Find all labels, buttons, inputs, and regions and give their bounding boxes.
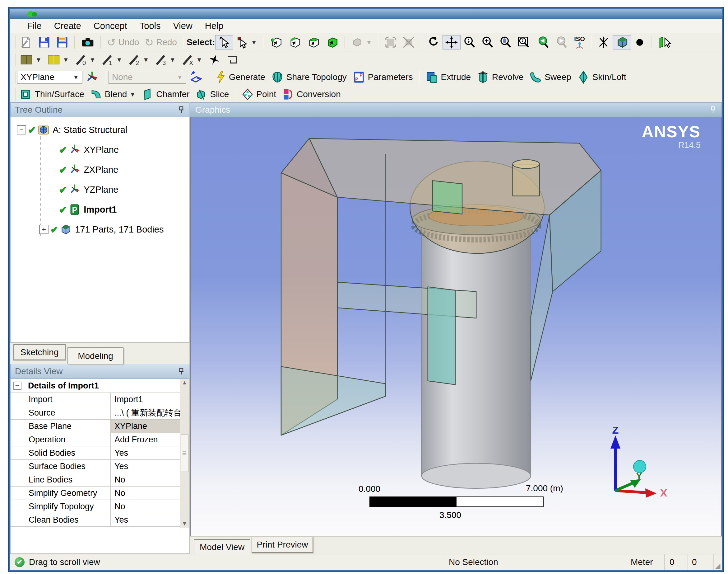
toolbar-grip[interactable] xyxy=(13,71,16,83)
details-row[interactable]: Import Import1 xyxy=(10,393,189,406)
details-row[interactable]: Operation Add Frozen xyxy=(10,433,189,446)
face-color-dropdown[interactable]: ▼ xyxy=(17,53,44,67)
edge-color-dropdown[interactable]: ▼ xyxy=(44,53,72,67)
toolbar-grip[interactable] xyxy=(13,88,16,100)
filter-vertex-button[interactable] xyxy=(267,35,285,49)
details-group-row[interactable]: − Details of Import1 xyxy=(10,379,189,393)
details-row[interactable]: Source ...\ ( 重新装配转台 xyxy=(10,406,189,420)
details-row[interactable]: Surface Bodies Yes xyxy=(10,460,189,473)
details-row[interactable]: Clean Bodies Yes xyxy=(10,513,189,527)
generate-button[interactable]: Generate xyxy=(213,70,268,84)
title-bar[interactable] xyxy=(10,9,722,19)
graphics-viewport[interactable]: ANSYS R14.5 xyxy=(190,117,722,536)
sweep-button[interactable]: Sweep xyxy=(526,70,574,84)
tree-row-yzplane[interactable]: ✔ YZPlane xyxy=(57,183,118,196)
blend-dropdown[interactable]: Blend ▼ xyxy=(87,87,138,101)
details-row[interactable]: Base Plane XYPlane xyxy=(10,420,189,433)
menu-file[interactable]: File xyxy=(21,19,48,32)
collapse-icon[interactable]: − xyxy=(17,125,26,134)
point-button[interactable]: Point xyxy=(238,87,279,101)
scroll-up-icon[interactable]: ▲ xyxy=(182,379,187,386)
zoom-in-button[interactable] xyxy=(479,35,497,49)
tab-modeling[interactable]: Modeling xyxy=(67,347,124,364)
previous-view-button[interactable] xyxy=(533,35,552,49)
zoom-to-fit-button[interactable] xyxy=(515,35,533,49)
plane-normal-button[interactable] xyxy=(595,35,612,49)
filter-face-button[interactable] xyxy=(304,35,323,49)
sketch-selector[interactable]: None ▼ xyxy=(108,71,186,84)
tree-row-root[interactable]: − ✔ A: Static Structural xyxy=(17,123,127,137)
tab-model-view[interactable]: Model View xyxy=(194,539,251,555)
expand-icon[interactable]: + xyxy=(39,225,48,234)
pin-icon[interactable] xyxy=(178,367,185,375)
edge-direction-1-dropdown[interactable]: 1 ▼ xyxy=(98,53,125,67)
details-view-header[interactable]: Details View xyxy=(10,364,189,379)
select-mode-dropdown[interactable]: ▼ xyxy=(233,35,260,49)
filter-body-button[interactable] xyxy=(323,35,342,49)
toolbar-grip[interactable] xyxy=(13,53,16,66)
details-row[interactable]: Simplify Geometry No xyxy=(10,487,189,500)
scroll-down-icon[interactable]: ▼ xyxy=(182,521,187,527)
pan-view-button[interactable] xyxy=(443,35,461,49)
new-sketch-button[interactable] xyxy=(17,35,35,49)
toolbar-grip[interactable] xyxy=(13,36,16,48)
tree-row-parts[interactable]: + ✔ 171 Parts, 171 Bodies xyxy=(39,222,164,236)
tree-outline-header[interactable]: Tree Outline xyxy=(10,102,189,117)
thin-surface-button[interactable]: Thin/Surface xyxy=(17,87,87,101)
menu-create[interactable]: Create xyxy=(48,19,87,32)
save-all-button[interactable] xyxy=(53,35,71,49)
extend-selection-dropdown[interactable]: ▼ xyxy=(348,35,375,49)
slice-button[interactable]: Slice xyxy=(192,87,232,101)
collapse-icon[interactable]: − xyxy=(13,382,21,390)
tree-row-import1[interactable]: ✔ P Import1 xyxy=(57,203,117,216)
lasso-select-button[interactable] xyxy=(400,35,418,49)
zoom-button[interactable] xyxy=(461,35,479,49)
resize-grip[interactable]: ◢ xyxy=(714,555,722,570)
pin-icon[interactable] xyxy=(178,106,185,114)
menu-tools[interactable]: Tools xyxy=(133,19,167,32)
tree-row-zxplane[interactable]: ✔ ZXPlane xyxy=(57,163,118,176)
chamfer-button[interactable]: Chamfer xyxy=(138,87,192,101)
tree-row-xyplane[interactable]: ✔ XYPlane xyxy=(57,143,119,157)
graphics-header[interactable]: Graphics xyxy=(190,102,722,117)
next-view-button[interactable] xyxy=(552,35,571,49)
new-plane-button[interactable] xyxy=(82,70,102,84)
skinloft-button[interactable]: Skin/Loft xyxy=(574,70,629,84)
edge-direction-0-dropdown[interactable]: 0 ▼ xyxy=(72,53,99,67)
pin-icon[interactable] xyxy=(710,106,717,114)
parameters-button[interactable]: →P P→ Parameters xyxy=(350,70,416,84)
details-row[interactable]: Solid Bodies Yes xyxy=(10,446,189,460)
look-at-button[interactable] xyxy=(655,35,675,49)
menu-concept[interactable]: Concept xyxy=(87,19,133,32)
new-sketch-tool-button[interactable] xyxy=(186,70,206,84)
menu-help[interactable]: Help xyxy=(199,19,230,32)
magnifier-window-button[interactable] xyxy=(497,35,515,49)
orientation-triad[interactable]: Z X Y xyxy=(600,427,671,501)
extrude-button[interactable]: Extrude xyxy=(423,70,474,84)
details-scrollbar[interactable]: ▲ ☰ ▼ xyxy=(180,379,189,528)
filter-edge-button[interactable] xyxy=(285,35,304,49)
edge-direction-2-dropdown[interactable]: 2 ▼ xyxy=(125,53,152,67)
rotate-view-button[interactable] xyxy=(424,35,443,49)
iso-view-button[interactable]: ISO xyxy=(571,35,587,49)
conversion-button[interactable]: Conversion xyxy=(279,87,344,101)
details-row[interactable]: Line Bodies No xyxy=(10,473,189,487)
revolve-button[interactable]: Revolve xyxy=(473,70,526,84)
redo-button[interactable]: ↻ Redo xyxy=(142,35,179,49)
shaded-view-button[interactable] xyxy=(612,35,631,49)
point-display-button[interactable] xyxy=(631,35,648,49)
share-topology-button[interactable]: Share Topology xyxy=(268,70,350,84)
edge-direction-x-dropdown[interactable]: X ▼ xyxy=(179,53,205,67)
box-select-button[interactable] xyxy=(381,35,400,49)
close-sketch-button[interactable] xyxy=(223,53,241,67)
menu-view[interactable]: View xyxy=(167,19,199,32)
plane-selector[interactable]: XYPlane ▼ xyxy=(17,71,82,84)
details-row[interactable]: Simplify Topology No xyxy=(10,500,189,513)
scrollbar-thumb[interactable]: ☰ xyxy=(181,435,188,472)
edge-direction-3-dropdown[interactable]: 3 ▼ xyxy=(152,53,179,67)
save-button[interactable] xyxy=(35,35,53,49)
screenshot-button[interactable] xyxy=(78,35,97,49)
select-new-button[interactable] xyxy=(215,35,233,49)
tab-sketching[interactable]: Sketching xyxy=(13,344,65,361)
tab-print-preview[interactable]: Print Preview xyxy=(252,537,313,553)
